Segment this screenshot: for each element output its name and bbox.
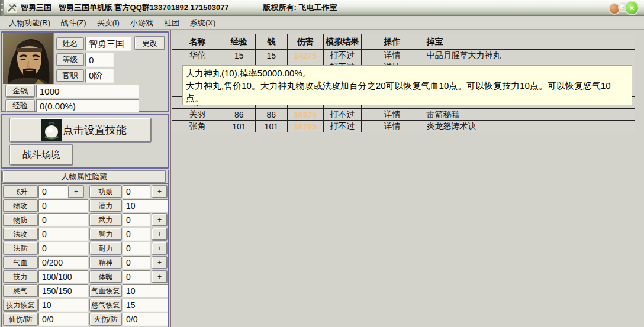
attr-label-left[interactable]: 仙伤/防 — [4, 313, 37, 325]
increase-button[interactable]: + — [152, 242, 167, 254]
rank-label-button[interactable]: 官职 — [57, 70, 83, 82]
attribute-row: 怒气150/150气血恢复10 — [2, 284, 168, 299]
attr-label-left[interactable]: 飞升 — [4, 186, 37, 198]
attr-label-left[interactable]: 气血 — [4, 257, 37, 268]
cell-name: 关羽 — [172, 109, 223, 121]
attr-label-left[interactable]: 技力恢复 — [4, 299, 37, 311]
attr-value-right[interactable]: 0 — [123, 256, 150, 269]
attr-value-left[interactable]: 0 — [38, 242, 88, 255]
menu-item-trade[interactable]: 买卖(I) — [92, 17, 125, 30]
minimize-button[interactable] — [610, 4, 619, 14]
name-field[interactable]: 智勇三国 — [85, 37, 131, 51]
rank-field[interactable]: 0阶 — [85, 69, 114, 83]
cell-action[interactable]: 详情 — [362, 109, 424, 121]
column-header: 模拟结果 — [324, 34, 362, 50]
cell-money: 86 — [256, 109, 288, 121]
attr-label-right[interactable]: 潜力 — [90, 200, 121, 212]
close-button[interactable]: ✕ — [626, 2, 638, 14]
column-header: 伤害 — [288, 34, 324, 50]
attr-value-left[interactable]: 0/0 — [38, 313, 88, 326]
attribute-row: 物攻0潜力10 — [2, 199, 168, 213]
increase-button[interactable]: + — [152, 228, 167, 240]
increase-button[interactable]: + — [152, 214, 167, 226]
table-row: 关羽868616375打不过详情雷箭秘籍 — [172, 109, 635, 121]
attribute-row: 法攻0智力0+ — [2, 228, 168, 242]
attr-label-right[interactable]: 气血恢复 — [90, 285, 121, 297]
main-content: 姓名 智勇三国 更改 等级 0 官职 0阶 金钱 1000 经验 0(0.00%… — [0, 30, 644, 327]
app-icon — [7, 3, 17, 13]
cell-name: 张角 — [172, 121, 223, 132]
cell-name: 华佗 — [172, 50, 223, 61]
attr-value-left[interactable]: 150/150 — [38, 284, 88, 297]
battle-scene-button[interactable]: 战斗场境 — [10, 145, 73, 165]
attr-value-right[interactable]: 0 — [123, 228, 150, 241]
attribute-row: 仙伤/防0/0火伤/防0/0 — [2, 313, 168, 327]
attr-label-left[interactable]: 法攻 — [4, 228, 37, 240]
attr-label-right[interactable]: 精神 — [90, 257, 121, 268]
attr-label-right[interactable]: 怒气恢复 — [90, 299, 121, 311]
attr-value-right[interactable]: 0 — [123, 242, 150, 255]
attr-value-right[interactable]: 0 — [123, 270, 150, 283]
attr-label-right[interactable]: 耐力 — [90, 242, 121, 254]
level-field[interactable]: 0 — [85, 53, 114, 67]
attribute-hide-button[interactable]: 人物属性隐藏 — [3, 171, 166, 182]
money-label-button[interactable]: 金钱 — [6, 85, 34, 97]
attr-value-left[interactable]: 0 — [38, 228, 88, 241]
title-bar: 智勇三国 智勇三国单机版 官方QQ群133701892 171503077 版权… — [0, 0, 644, 16]
menu-item-battle[interactable]: 战斗(Z) — [56, 17, 92, 30]
attr-value-right[interactable]: 0/0 — [123, 313, 168, 326]
attr-value-left[interactable]: 0/200 — [38, 256, 88, 269]
menu-item-system[interactable]: 系统(X) — [185, 17, 221, 30]
cell-drop: 炎龙怒涛术诀 — [423, 121, 635, 132]
attr-label-right[interactable]: 智力 — [90, 228, 121, 240]
cell-exp: 101 — [223, 121, 256, 132]
attr-label-left[interactable]: 物防 — [4, 214, 37, 226]
menu-item-character-functions[interactable]: 人物功能(R) — [4, 17, 56, 30]
exp-field[interactable]: 0(0.00%) — [36, 99, 139, 112]
attr-label-left[interactable]: 法防 — [4, 242, 37, 254]
attribute-toggle-panel: 人物属性隐藏 — [1, 170, 169, 183]
attr-value-left[interactable]: 100/100 — [38, 270, 88, 283]
cell-result: 打不过 — [324, 109, 362, 121]
column-divider — [170, 30, 171, 327]
attr-value-left[interactable]: 0 — [38, 185, 68, 198]
menu-item-minigames[interactable]: 小游戏 — [125, 17, 159, 30]
attr-label-right[interactable]: 体魄 — [90, 271, 121, 283]
attr-label-right[interactable]: 火伤/防 — [90, 313, 121, 325]
level-label-button[interactable]: 等级 — [57, 54, 83, 66]
increase-button[interactable]: + — [152, 257, 167, 268]
attr-value-right[interactable]: 0 — [123, 213, 150, 226]
attr-label-left[interactable]: 怒气 — [4, 285, 37, 297]
bun-skill-icon — [41, 119, 62, 141]
cell-damage: 14275 — [288, 50, 324, 61]
cell-action[interactable]: 详情 — [362, 50, 424, 61]
exp-label-button[interactable]: 经验 — [6, 100, 34, 112]
column-header: 名称 — [172, 34, 223, 50]
attr-value-left[interactable]: 10 — [38, 299, 88, 312]
tooltip-line: 大力神丸(10),掉率50000.00%。 — [186, 67, 629, 79]
attr-label-right[interactable]: 武力 — [90, 214, 121, 226]
increase-button[interactable]: + — [152, 186, 167, 198]
attr-value-right[interactable]: 10 — [123, 199, 168, 212]
increase-button[interactable]: + — [152, 271, 167, 283]
attr-value-left[interactable]: 0 — [38, 213, 88, 226]
attr-value-right[interactable]: 0 — [123, 185, 150, 198]
change-name-button[interactable]: 更改 — [135, 37, 165, 50]
name-label-button[interactable]: 姓名 — [57, 38, 83, 50]
attr-label-right[interactable]: 功勋 — [90, 186, 121, 198]
character-portrait — [3, 33, 54, 84]
attribute-row: 气血0/200精神0+ — [2, 256, 168, 270]
table-row: 华佗151514275打不过详情中品月腥草大力神丸 — [172, 50, 635, 61]
attr-label-left[interactable]: 物攻 — [4, 200, 37, 212]
cell-action[interactable]: 详情 — [362, 121, 424, 132]
attr-value-right[interactable]: 15 — [123, 299, 168, 312]
cell-drop: 中品月腥草大力神丸 — [423, 50, 635, 61]
increase-button[interactable]: + — [69, 186, 83, 198]
menu-item-guild[interactable]: 社团 — [159, 17, 185, 30]
column-header: 操作 — [362, 34, 424, 50]
attr-label-left[interactable]: 技力 — [4, 271, 37, 283]
money-field[interactable]: 1000 — [36, 85, 139, 98]
set-skill-button[interactable]: 点击设置技能 — [10, 118, 151, 142]
attr-value-left[interactable]: 0 — [38, 199, 88, 212]
attr-value-right[interactable]: 10 — [123, 284, 168, 297]
